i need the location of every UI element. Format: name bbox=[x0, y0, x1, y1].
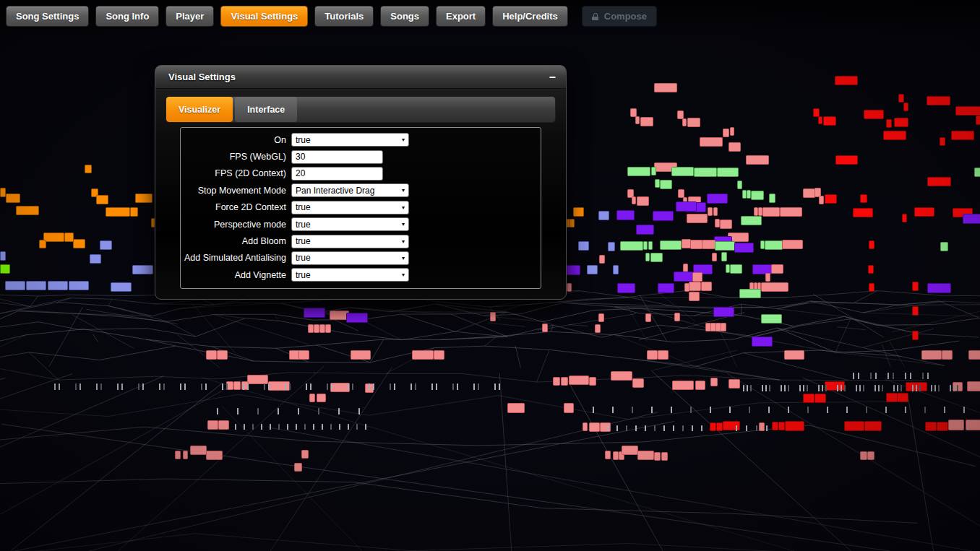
tick-mark bbox=[944, 407, 945, 413]
tick-mark bbox=[626, 425, 627, 431]
note-block bbox=[687, 118, 700, 127]
nav-button-tutorials[interactable]: Tutorials bbox=[314, 6, 374, 27]
dialog-header[interactable]: Visual Settings – bbox=[155, 66, 566, 89]
minimize-button[interactable]: – bbox=[549, 71, 556, 83]
select-perspective-mode[interactable]: true▾ bbox=[291, 217, 409, 231]
nav-button-help-credits[interactable]: Help/Credits bbox=[492, 6, 568, 27]
select-stop-movement-mode[interactable]: Pan Interactive Drag▾ bbox=[291, 183, 409, 197]
nav-button-player[interactable]: Player bbox=[166, 6, 214, 27]
select-add-bloom[interactable]: true▾ bbox=[291, 235, 409, 248]
tick-mark bbox=[310, 383, 311, 390]
select-on[interactable]: true▾ bbox=[291, 133, 409, 147]
tick-mark bbox=[330, 424, 332, 430]
note-block bbox=[564, 403, 574, 413]
note-block bbox=[803, 188, 815, 198]
input-fps-2d-context[interactable] bbox=[291, 167, 383, 181]
nav-button-export[interactable]: Export bbox=[436, 6, 486, 27]
note-block bbox=[771, 264, 783, 274]
tick-mark bbox=[494, 383, 496, 390]
nav-button-visual-settings[interactable]: Visual Settings bbox=[220, 6, 308, 27]
tick-mark bbox=[803, 385, 804, 391]
note-block bbox=[940, 242, 948, 251]
tick-mark bbox=[645, 425, 646, 431]
tick-mark bbox=[431, 383, 433, 390]
tick-mark bbox=[327, 383, 328, 390]
note-block bbox=[742, 190, 747, 199]
note-block bbox=[309, 394, 315, 402]
select-add-vignette[interactable]: true▾ bbox=[291, 268, 409, 282]
input-fps-webgl[interactable] bbox=[291, 150, 383, 164]
tick-mark bbox=[870, 373, 872, 379]
tick-mark bbox=[651, 407, 653, 413]
note-block bbox=[695, 381, 705, 390]
tick-mark bbox=[963, 407, 965, 413]
tick-mark bbox=[663, 425, 665, 431]
note-block bbox=[912, 331, 919, 340]
note-block bbox=[730, 264, 742, 274]
tick-mark bbox=[352, 383, 353, 390]
tick-mark bbox=[788, 385, 789, 391]
tick-mark bbox=[264, 383, 265, 390]
tick-mark bbox=[671, 407, 672, 413]
note-block bbox=[64, 233, 74, 242]
note-block bbox=[616, 210, 635, 220]
note-block bbox=[948, 420, 964, 430]
note-block bbox=[507, 403, 525, 413]
note-block bbox=[752, 264, 772, 274]
note-block bbox=[867, 451, 874, 460]
tick-mark bbox=[348, 383, 349, 390]
tick-mark bbox=[247, 383, 249, 390]
note-block bbox=[860, 451, 867, 460]
note-block bbox=[85, 165, 92, 173]
note-block bbox=[674, 313, 680, 321]
note-block bbox=[0, 264, 10, 274]
tick-mark bbox=[938, 385, 940, 391]
tick-mark bbox=[593, 407, 594, 413]
note-block bbox=[868, 265, 874, 274]
settings-row-add-bloom: Add Bloomtrue▾ bbox=[181, 233, 541, 249]
note-block bbox=[682, 239, 691, 248]
chevron-down-icon: ▾ bbox=[402, 272, 405, 278]
nav-button-song-info[interactable]: Song Info bbox=[95, 6, 159, 27]
select-add-simulated-antialising[interactable]: true▾ bbox=[291, 251, 409, 265]
select-force-2d-context[interactable]: true▾ bbox=[291, 201, 409, 214]
tab-visualizer[interactable]: Visualizer bbox=[166, 97, 233, 122]
note-block bbox=[869, 240, 874, 249]
note-block bbox=[701, 282, 712, 291]
note-block bbox=[927, 96, 950, 105]
tick-mark bbox=[289, 383, 291, 390]
note-block bbox=[26, 281, 46, 290]
note-block bbox=[654, 83, 677, 92]
tick-mark bbox=[710, 407, 711, 413]
tick-mark bbox=[769, 385, 770, 391]
tick-mark bbox=[807, 385, 808, 391]
nav-button-songs[interactable]: Songs bbox=[380, 6, 429, 27]
tick-mark bbox=[331, 383, 332, 390]
note-block bbox=[942, 350, 953, 360]
tick-mark bbox=[261, 424, 262, 430]
note-block bbox=[658, 350, 669, 360]
tick-mark bbox=[784, 385, 786, 391]
nav-button-song-settings[interactable]: Song Settings bbox=[6, 6, 89, 27]
note-block bbox=[737, 181, 742, 189]
note-block bbox=[183, 451, 188, 459]
note-block bbox=[587, 265, 598, 274]
tab-interface[interactable]: Interface bbox=[235, 97, 297, 122]
tick-mark bbox=[905, 373, 906, 379]
tick-mark bbox=[180, 383, 181, 390]
top-navbar: Song SettingsSong InfoPlayerVisual Setti… bbox=[6, 6, 657, 27]
note-block bbox=[627, 167, 650, 176]
note-block bbox=[963, 214, 980, 224]
dialog-title: Visual Settings bbox=[168, 71, 236, 82]
note-block bbox=[814, 188, 821, 197]
tick-mark bbox=[365, 424, 366, 430]
note-block bbox=[241, 381, 249, 390]
note-block bbox=[953, 208, 973, 217]
tick-mark bbox=[799, 385, 801, 391]
note-block bbox=[784, 350, 804, 360]
tick-mark bbox=[924, 407, 926, 413]
note-block bbox=[708, 207, 713, 216]
note-block bbox=[135, 194, 152, 203]
tick-mark bbox=[768, 407, 770, 413]
note-block bbox=[637, 196, 649, 206]
